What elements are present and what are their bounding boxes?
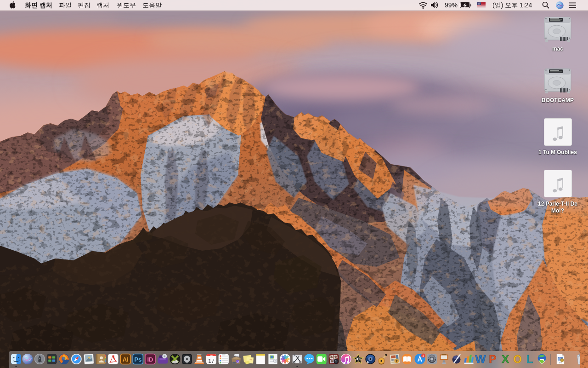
svg-text:Ai: Ai: [123, 356, 129, 363]
svg-text:L: L: [526, 353, 533, 365]
svg-text:X: X: [502, 353, 509, 365]
svg-text:O: O: [513, 353, 522, 365]
svg-text:ID: ID: [147, 356, 153, 363]
svg-text:JPG: JPG: [559, 362, 562, 364]
svg-text:4: 4: [423, 354, 424, 357]
svg-text:6월: 6월: [210, 354, 213, 356]
svg-text:P: P: [489, 353, 496, 365]
svg-text:Q: Q: [237, 360, 239, 363]
svg-text:17: 17: [208, 358, 215, 364]
svg-text:W: W: [475, 353, 486, 365]
svg-text:Ps: Ps: [134, 356, 141, 363]
svg-text:Rqs: Rqs: [249, 359, 252, 361]
